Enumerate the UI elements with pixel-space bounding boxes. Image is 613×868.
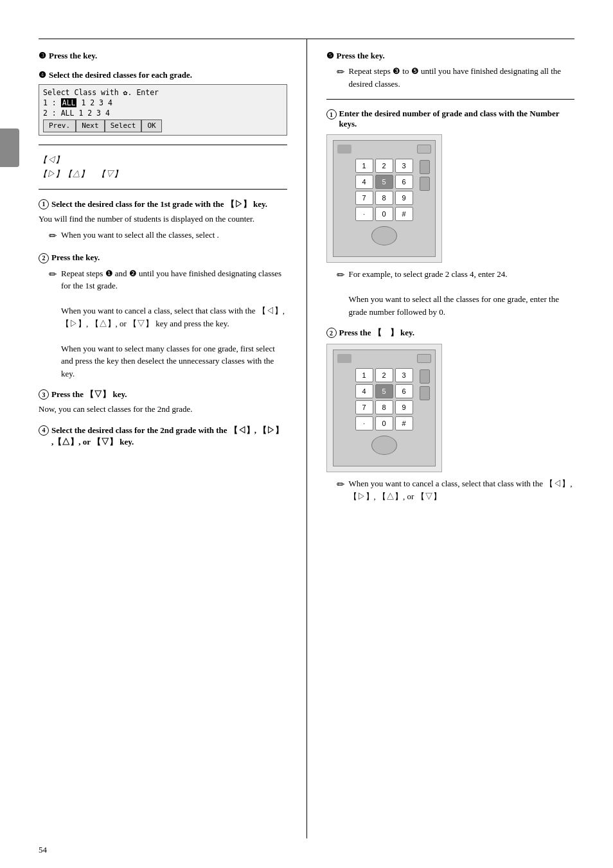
- key-2-1: 1: [355, 368, 373, 382]
- step-5-block: ❺ Press the key. ✏ Repeat steps ❸ to ❺ u…: [326, 51, 575, 90]
- screen-row1: 1 : ALL 1 2 3 4: [43, 98, 283, 108]
- key-2-dot: ·: [355, 416, 373, 430]
- note-1-icon: ✏: [49, 229, 57, 244]
- r-substep-1-num: 1: [326, 109, 337, 120]
- key-1: 1: [355, 159, 373, 173]
- screen-row2-text: 2 : ALL 1 2 3 4: [43, 108, 110, 118]
- keypad-image-1: 1 2 3 4 5 6 7 8 9 · 0 #: [326, 134, 442, 263]
- key-9: 9: [395, 191, 413, 205]
- key-4: 4: [355, 175, 373, 189]
- screen-display: Select Class with ✿. Enter 1 : ALL 1 2 3…: [39, 84, 287, 136]
- side-tab: [0, 128, 19, 167]
- bracket-text-1: 【◁】: [39, 154, 64, 166]
- key-2-hash: #: [395, 416, 413, 430]
- step-3-block: ❸ Press the key.: [39, 51, 287, 61]
- key-2-9: 9: [395, 400, 413, 414]
- screen-title-row: Select Class with ✿. Enter: [43, 87, 283, 98]
- screen-row1-text: 1 : ALL 1 2 3 4: [43, 98, 112, 108]
- step-4-number: ❹: [39, 70, 46, 80]
- select-button[interactable]: Select: [105, 120, 142, 132]
- substep-3-body: Now, you can select classes for the 2nd …: [39, 403, 287, 416]
- note-1: ✏ When you want to select all the classe…: [49, 229, 287, 244]
- bracket-line-2: 【▷】【△】 【▽】: [39, 168, 287, 180]
- note-2-text-1: Repeat steps ❶ and ❷ until you have fini…: [61, 267, 287, 292]
- next-button[interactable]: Next: [76, 120, 105, 132]
- note-r1: ✏ For example, to select grade 2 class 4…: [337, 268, 575, 318]
- side-buttons-2: [420, 369, 430, 400]
- keypad-icon-right-1: [417, 145, 431, 154]
- step-3-text: Press the key.: [49, 51, 97, 61]
- key-2-5: 5: [375, 384, 393, 398]
- bracket-line-1: 【◁】: [39, 154, 287, 166]
- substep-1-text: Select the desired class for the 1st gra…: [51, 199, 267, 210]
- key-2-3: 3: [395, 368, 413, 382]
- divider-2: [39, 189, 287, 190]
- key-2: 2: [375, 159, 393, 173]
- key-2-7: 7: [355, 400, 373, 414]
- note-r3-icon: ✏: [337, 477, 345, 502]
- r-substep-2-num: 2: [326, 328, 337, 338]
- substep-3-text: Press the 【▽】 key.: [51, 389, 127, 400]
- page-number: 54: [0, 838, 613, 868]
- divider-3: [326, 99, 575, 100]
- key-3: 3: [395, 159, 413, 173]
- note-2-text-2: When you want to cancel a class, select …: [61, 305, 287, 330]
- key-dot: ·: [355, 207, 373, 221]
- prev-button[interactable]: Prev.: [43, 120, 76, 132]
- keypad-icon-left-2: [337, 354, 351, 363]
- side-btn-2a: [420, 369, 430, 384]
- r-substep-2-block: 2 Press the 【 】 key. 1 2 3: [326, 327, 575, 502]
- substep-2-text: Press the key.: [51, 252, 100, 263]
- substep-2-num: 2: [39, 253, 49, 263]
- page: ❸ Press the key. ❹ Select the desired cl…: [0, 0, 613, 868]
- substep-4-heading: 4 Select the desired class for the 2nd g…: [39, 425, 287, 448]
- key-2-6: 6: [395, 384, 413, 398]
- note-repeat-icon: ✏: [337, 65, 345, 90]
- step-3-heading: ❸ Press the key.: [39, 51, 287, 61]
- substep-3-heading: 3 Press the 【▽】 key.: [39, 389, 287, 400]
- r-substep-1-text: Enter the desired number of grade and cl…: [339, 109, 575, 129]
- key-8: 8: [375, 191, 393, 205]
- note-2-text-3: When you want to select many classes for…: [61, 342, 287, 380]
- screen-title: Select Class with ✿. Enter: [43, 87, 159, 98]
- substep-2-block: 2 Press the key. ✏ Repeat steps ❶ and ❷ …: [39, 252, 287, 380]
- keypad-num-grid-1: 1 2 3 4 5 6 7 8 9 · 0 #: [355, 159, 413, 221]
- step-3-number: ❸: [39, 51, 46, 61]
- side-btn-2b: [420, 386, 430, 400]
- key-2-8: 8: [375, 400, 393, 414]
- bracket-text-2: 【▷】【△】 【▽】: [39, 168, 122, 180]
- substep-4-block: 4 Select the desired class for the 2nd g…: [39, 425, 287, 448]
- note-1-text: When you want to select all the classes,…: [61, 229, 219, 244]
- ok-button[interactable]: OK: [141, 120, 161, 132]
- side-btn-1a: [420, 160, 430, 174]
- screen-btn-row: Prev. Next Select OK: [43, 120, 283, 132]
- step-5-heading: ❺ Press the key.: [326, 51, 575, 61]
- step-4-text: Select the desired classes for each grad…: [49, 70, 192, 80]
- step-5-text: Press the key.: [337, 51, 385, 61]
- note-2-content: Repeat steps ❶ and ❷ until you have fini…: [61, 267, 287, 380]
- step-4-block: ❹ Select the desired classes for each gr…: [39, 70, 287, 136]
- keypad-inner-1: 1 2 3 4 5 6 7 8 9 · 0 #: [333, 140, 436, 257]
- substep-4-num: 4: [39, 425, 49, 436]
- substep-1-block: 1 Select the desired class for the 1st g…: [39, 199, 287, 244]
- left-column: ❸ Press the key. ❹ Select the desired cl…: [39, 39, 287, 838]
- note-r1-icon: ✏: [337, 268, 345, 318]
- keypad-icon-left-1: [337, 145, 351, 154]
- note-repeat: ✏ Repeat steps ❸ to ❺ until you have fin…: [337, 65, 575, 90]
- note-r1-content: For example, to select grade 2 class 4, …: [349, 268, 575, 318]
- note-r3: ✏ When you want to cancel a class, selec…: [337, 477, 575, 502]
- note-r1-text-1: For example, to select grade 2 class 4, …: [349, 268, 575, 281]
- r-substep-1-heading: 1 Enter the desired number of grade and …: [326, 109, 575, 129]
- substep-1-body: You will find the number of students is …: [39, 213, 287, 226]
- substep-1-num: 1: [39, 199, 49, 209]
- bottom-btn-1: [371, 226, 397, 245]
- note-2-icon: ✏: [49, 267, 57, 380]
- side-buttons-1: [420, 160, 430, 191]
- keypad-icon-right-2: [417, 354, 431, 363]
- key-2-0: 0: [375, 416, 393, 430]
- keypad-top-row-2: [337, 354, 431, 363]
- keypad-image-2: 1 2 3 4 5 6 7 8 9 · 0 #: [326, 344, 442, 472]
- substep-3-num: 3: [39, 389, 49, 400]
- divider-1: [39, 145, 287, 145]
- key-6: 6: [395, 175, 413, 189]
